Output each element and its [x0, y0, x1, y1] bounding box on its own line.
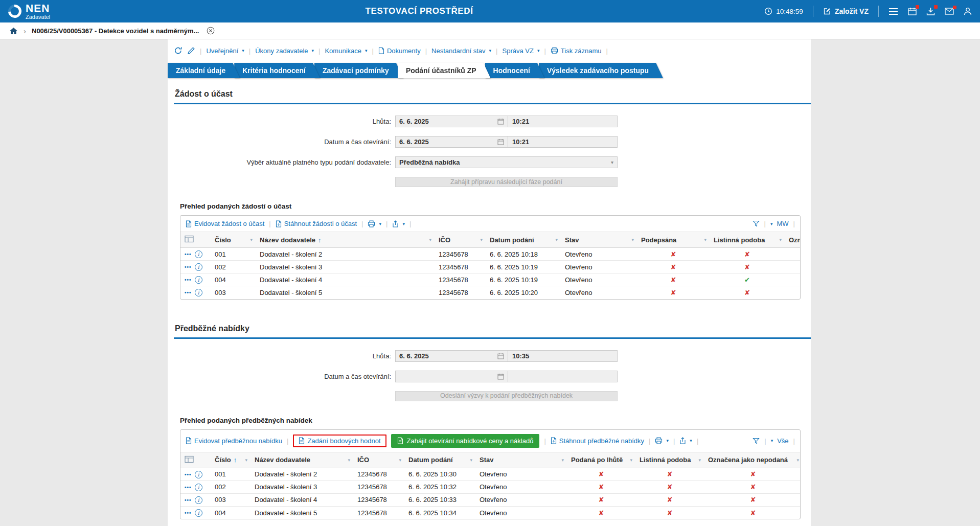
- breadcrumb-current[interactable]: N006/25/V00005367 - Detekce vozidel s na…: [32, 27, 199, 35]
- tab-zakladni-udaje[interactable]: Základní údaje: [168, 63, 240, 78]
- column-header-ico[interactable]: IČO▾: [435, 232, 486, 248]
- column-header-oznace[interactable]: Označe: [785, 232, 801, 248]
- otevirani-datetime-field[interactable]: 6. 6. 2025 10:21: [395, 136, 618, 148]
- row-info-icon[interactable]: i: [195, 276, 202, 284]
- profile-button[interactable]: [964, 7, 972, 15]
- evidovat-zadost-button[interactable]: Evidovat žádost o účast: [186, 220, 264, 227]
- row-info-icon[interactable]: i: [195, 509, 202, 517]
- zadani-bodovych-hodnot-button[interactable]: Zadání bodových hodnot: [299, 437, 380, 445]
- row-info-icon[interactable]: i: [195, 250, 202, 258]
- row-actions-icon[interactable]: •••: [185, 485, 192, 490]
- tab-hodnoceni[interactable]: Hodnocení: [485, 63, 544, 78]
- row-info-icon[interactable]: i: [195, 484, 202, 491]
- evidovat-nabidku-button[interactable]: Evidovat předběžnou nabídku: [186, 437, 282, 445]
- view-selector[interactable]: ▾ Vše: [771, 437, 789, 445]
- filter-button[interactable]: [753, 438, 760, 444]
- column-filter-icon[interactable]: ▾: [250, 237, 253, 242]
- row-actions-icon[interactable]: •••: [185, 472, 192, 477]
- column-filter-icon[interactable]: ▾: [779, 237, 782, 242]
- edit-record-button[interactable]: [187, 47, 195, 55]
- grid-row[interactable]: •••i003Dodavatel - školení 4123456786. 6…: [180, 493, 801, 506]
- nabidky-lhuta-datetime-field[interactable]: 6. 6. 2025 10:35: [395, 350, 618, 362]
- column-header-ico[interactable]: IČO▾: [353, 452, 404, 468]
- column-filter-icon[interactable]: ▾: [704, 237, 706, 242]
- zahajit-otevirani-button[interactable]: Zahájit otevírání nabídkové ceny a nákla…: [391, 434, 540, 448]
- column-header-listinna-podoba[interactable]: Listinná podoba▾: [710, 232, 785, 248]
- zahajit-pripravu-button[interactable]: Zahájit přípravu následující fáze podání: [395, 177, 618, 187]
- grid-settings-button[interactable]: [180, 452, 211, 468]
- column-header-stav[interactable]: Stav▾: [561, 232, 637, 248]
- print-grid-button[interactable]: ▾: [368, 220, 381, 227]
- grid-row[interactable]: •••i004Dodavatel - školení 4123456786. 6…: [180, 273, 801, 286]
- nabidky-otevirani-datetime-field[interactable]: [395, 371, 618, 382]
- odeslani-vyzvy-button[interactable]: Odeslání výzvy k podání předběžných nabí…: [395, 391, 618, 401]
- messages-button[interactable]: [945, 8, 954, 15]
- column-header-nazev-dodavatele[interactable]: Název dodavatele↑▾: [256, 232, 435, 248]
- tab-zadavaci-podminky[interactable]: Zadávací podmínky: [314, 63, 403, 78]
- column-header-oznacena-jako-nepodana[interactable]: Označena jako nepodaná▾: [704, 452, 801, 468]
- column-header-cislo[interactable]: Číslo↑▾: [211, 452, 250, 468]
- tab-vysledek-zadavaciho-postupu[interactable]: Výsledek zadávacího postupu: [539, 63, 663, 78]
- tab-podani-ucastniku-zp[interactable]: Podání účastníků ZP: [398, 63, 491, 78]
- column-header-datum-podani[interactable]: Datum podání▾: [486, 232, 561, 248]
- column-filter-icon[interactable]: ▾: [555, 237, 558, 242]
- nen-home-link[interactable]: NEN Zadavatel: [8, 3, 50, 20]
- calendar-icon[interactable]: [497, 373, 504, 380]
- toolbar-link-nestandardni-stav[interactable]: Nestandardní stav▾: [431, 47, 491, 55]
- calendar-icon[interactable]: [497, 353, 504, 359]
- grid-row[interactable]: •••i001Dodavatel - školení 2123456786. 6…: [180, 468, 801, 481]
- column-header-stav[interactable]: Stav▾: [475, 452, 567, 468]
- typ-podani-select[interactable]: Předběžná nabídka ▾: [395, 156, 618, 168]
- column-filter-icon[interactable]: ▾: [480, 237, 483, 242]
- grid-row[interactable]: •••i004Dodavatel - školení 5123456786. 6…: [180, 506, 801, 519]
- tab-kriteria-hodnoceni[interactable]: Kritéria hodnocení: [234, 63, 320, 78]
- lhuta-datetime-field[interactable]: 6. 6. 2025 10:21: [395, 116, 618, 127]
- close-record-button[interactable]: [207, 27, 215, 35]
- column-filter-icon[interactable]: ▾: [796, 458, 799, 463]
- column-header-cislo[interactable]: Číslo▾: [211, 232, 256, 248]
- row-info-icon[interactable]: i: [195, 263, 202, 271]
- create-vz-button[interactable]: Založit VZ: [823, 7, 869, 15]
- stahnout-zadosti-button[interactable]: Stáhnout žádosti o účast: [276, 220, 357, 227]
- column-filter-icon[interactable]: ▾: [470, 458, 472, 463]
- toolbar-link-uverejneni[interactable]: Uveřejnění▾: [206, 47, 244, 55]
- column-filter-icon[interactable]: ▾: [631, 237, 634, 242]
- column-header-podana-po-lhute[interactable]: Podaná po lhůtě▾: [567, 452, 635, 468]
- grid-row[interactable]: •••i003Dodavatel - školení 5123456786. 6…: [180, 286, 801, 299]
- row-actions-icon[interactable]: •••: [185, 497, 192, 503]
- view-selector[interactable]: ▾ MW: [770, 220, 789, 227]
- toolbar-link-tisk-zaznamu[interactable]: Tisk záznamu: [551, 47, 602, 55]
- row-info-icon[interactable]: i: [195, 471, 202, 478]
- column-filter-icon[interactable]: ▾: [561, 458, 564, 463]
- grid-settings-button[interactable]: [180, 232, 211, 248]
- column-header-listinna-podoba[interactable]: Listinná podoba▾: [635, 452, 704, 468]
- row-actions-icon[interactable]: •••: [185, 510, 192, 516]
- home-button[interactable]: [9, 27, 18, 35]
- calendar-icon[interactable]: [497, 139, 504, 145]
- toolbar-link-dokumenty[interactable]: Dokumenty: [378, 47, 421, 55]
- toolbar-link-ukony-zadavatele[interactable]: Úkony zadavatele▾: [255, 47, 314, 55]
- grid-row[interactable]: •••i002Dodavatel - školení 3123456786. 6…: [180, 481, 801, 493]
- calendar-button[interactable]: [908, 7, 917, 15]
- calendar-icon[interactable]: [497, 118, 504, 125]
- column-filter-icon[interactable]: ▾: [245, 458, 247, 463]
- export-grid-button[interactable]: ▾: [392, 220, 405, 227]
- grid-row[interactable]: •••i002Dodavatel - školení 3123456786. 6…: [180, 261, 801, 273]
- row-actions-icon[interactable]: •••: [185, 277, 192, 283]
- filter-button[interactable]: [753, 220, 760, 227]
- column-header-nazev-dodavatele[interactable]: Název dodavatele▾: [250, 452, 353, 468]
- toolbar-link-sprava-vz[interactable]: Správa VZ▾: [503, 47, 540, 55]
- menu-button[interactable]: [888, 8, 898, 15]
- column-filter-icon[interactable]: ▾: [399, 458, 401, 463]
- column-header-datum-podani[interactable]: Datum podání▾: [404, 452, 475, 468]
- grid-row[interactable]: •••i001Dodavatel - školení 2123456786. 6…: [180, 248, 801, 261]
- row-info-icon[interactable]: i: [195, 289, 202, 296]
- downloads-button[interactable]: [926, 7, 935, 15]
- column-filter-icon[interactable]: ▾: [698, 458, 701, 463]
- print-grid-button[interactable]: ▾: [655, 437, 669, 444]
- column-filter-icon[interactable]: ▾: [348, 458, 350, 463]
- row-info-icon[interactable]: i: [195, 496, 202, 504]
- column-header-podepsana[interactable]: Podepsána▾: [637, 232, 710, 248]
- stahnout-nabidky-button[interactable]: Stáhnout předběžné nabídky: [551, 437, 644, 445]
- column-filter-icon[interactable]: ▾: [630, 458, 632, 463]
